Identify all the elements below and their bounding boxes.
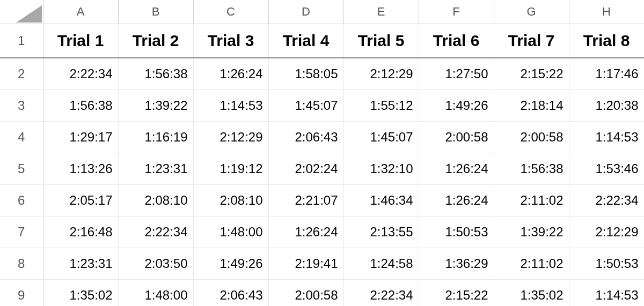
cell-F6[interactable]: 1:26:24 [419,185,494,217]
spreadsheet-grid[interactable]: A B C D E F G H 1 Trial 1 Trial 2 Trial … [0,0,644,306]
row-5: 5 1:13:26 1:23:31 1:19:12 2:02:24 1:32:1… [0,153,644,185]
cell-D2[interactable]: 1:58:05 [268,58,343,90]
cell-A1[interactable]: Trial 1 [43,24,118,58]
cell-H8[interactable]: 1:50:53 [569,248,644,280]
row-header-8[interactable]: 8 [0,248,43,280]
column-header-B[interactable]: B [118,0,193,24]
cell-H4[interactable]: 1:14:53 [569,122,644,153]
cell-E6[interactable]: 1:46:34 [343,185,419,217]
cell-H9[interactable]: 1:14:53 [569,280,644,307]
row-header-4[interactable]: 4 [0,122,43,153]
cell-E1[interactable]: Trial 5 [343,24,419,58]
cell-E5[interactable]: 1:32:10 [343,153,419,185]
column-header-G[interactable]: G [494,0,569,24]
row-2: 2 2:22:34 1:56:38 1:26:24 1:58:05 2:12:2… [0,58,644,90]
row-9: 9 1:35:02 1:48:00 2:06:43 2:00:58 2:22:3… [0,280,644,307]
cell-B1[interactable]: Trial 2 [118,24,193,58]
cell-C9[interactable]: 2:06:43 [193,280,268,307]
cell-A7[interactable]: 2:16:48 [43,217,118,248]
row-header-3[interactable]: 3 [0,90,43,122]
cell-H5[interactable]: 1:53:46 [569,153,644,185]
cell-G8[interactable]: 2:11:02 [494,248,569,280]
cell-A6[interactable]: 2:05:17 [43,185,118,217]
cell-B9[interactable]: 1:48:00 [118,280,193,307]
cell-F9[interactable]: 2:15:22 [419,280,494,307]
row-1: 1 Trial 1 Trial 2 Trial 3 Trial 4 Trial … [0,24,644,58]
cell-G5[interactable]: 1:56:38 [494,153,569,185]
row-3: 3 1:56:38 1:39:22 1:14:53 1:45:07 1:55:1… [0,90,644,122]
cell-F7[interactable]: 1:50:53 [419,217,494,248]
cell-A5[interactable]: 1:13:26 [43,153,118,185]
cell-H1[interactable]: Trial 8 [569,24,644,58]
cell-G6[interactable]: 2:11:02 [494,185,569,217]
cell-C7[interactable]: 1:48:00 [193,217,268,248]
cell-D5[interactable]: 2:02:24 [268,153,343,185]
row-header-6[interactable]: 6 [0,185,43,217]
cell-G2[interactable]: 2:15:22 [494,58,569,90]
cell-A3[interactable]: 1:56:38 [43,90,118,122]
cell-F5[interactable]: 1:26:24 [419,153,494,185]
row-header-9[interactable]: 9 [0,280,43,307]
cell-A4[interactable]: 1:29:17 [43,122,118,153]
row-6: 6 2:05:17 2:08:10 2:08:10 2:21:07 1:46:3… [0,185,644,217]
row-header-2[interactable]: 2 [0,58,43,90]
cell-B7[interactable]: 2:22:34 [118,217,193,248]
cell-A8[interactable]: 1:23:31 [43,248,118,280]
cell-C5[interactable]: 1:19:12 [193,153,268,185]
cell-B6[interactable]: 2:08:10 [118,185,193,217]
cell-H3[interactable]: 1:20:38 [569,90,644,122]
cell-D1[interactable]: Trial 4 [268,24,343,58]
cell-A2[interactable]: 2:22:34 [43,58,118,90]
cell-A9[interactable]: 1:35:02 [43,280,118,307]
column-header-H[interactable]: H [569,0,644,24]
cell-B5[interactable]: 1:23:31 [118,153,193,185]
column-header-C[interactable]: C [193,0,268,24]
row-8: 8 1:23:31 2:03:50 1:49:26 2:19:41 1:24:5… [0,248,644,280]
cell-B3[interactable]: 1:39:22 [118,90,193,122]
cell-C1[interactable]: Trial 3 [193,24,268,58]
cell-F1[interactable]: Trial 6 [419,24,494,58]
cell-C4[interactable]: 2:12:29 [193,122,268,153]
column-header-D[interactable]: D [268,0,343,24]
select-all-corner[interactable] [0,0,43,24]
cell-D8[interactable]: 2:19:41 [268,248,343,280]
cell-F4[interactable]: 2:00:58 [419,122,494,153]
cell-C2[interactable]: 1:26:24 [193,58,268,90]
cell-G4[interactable]: 2:00:58 [494,122,569,153]
cell-D9[interactable]: 2:00:58 [268,280,343,307]
cell-E4[interactable]: 1:45:07 [343,122,419,153]
cell-E8[interactable]: 1:24:58 [343,248,419,280]
cell-E7[interactable]: 2:13:55 [343,217,419,248]
cell-D4[interactable]: 2:06:43 [268,122,343,153]
cell-B2[interactable]: 1:56:38 [118,58,193,90]
cell-C3[interactable]: 1:14:53 [193,90,268,122]
row-header-7[interactable]: 7 [0,217,43,248]
cell-G3[interactable]: 2:18:14 [494,90,569,122]
row-7: 7 2:16:48 2:22:34 1:48:00 1:26:24 2:13:5… [0,217,644,248]
cell-H6[interactable]: 2:22:34 [569,185,644,217]
cell-F8[interactable]: 1:36:29 [419,248,494,280]
cell-F3[interactable]: 1:49:26 [419,90,494,122]
cell-C6[interactable]: 2:08:10 [193,185,268,217]
cell-B8[interactable]: 2:03:50 [118,248,193,280]
cell-C8[interactable]: 1:49:26 [193,248,268,280]
cell-G9[interactable]: 1:35:02 [494,280,569,307]
row-header-1[interactable]: 1 [0,24,43,58]
cell-B4[interactable]: 1:16:19 [118,122,193,153]
row-header-5[interactable]: 5 [0,153,43,185]
cell-E3[interactable]: 1:55:12 [343,90,419,122]
cell-H2[interactable]: 1:17:46 [569,58,644,90]
column-header-E[interactable]: E [343,0,419,24]
cell-E2[interactable]: 2:12:29 [343,58,419,90]
cell-D6[interactable]: 2:21:07 [268,185,343,217]
cell-E9[interactable]: 2:22:34 [343,280,419,307]
cell-D3[interactable]: 1:45:07 [268,90,343,122]
column-header-row: A B C D E F G H [0,0,644,24]
cell-H7[interactable]: 2:12:29 [569,217,644,248]
column-header-F[interactable]: F [419,0,494,24]
cell-F2[interactable]: 1:27:50 [419,58,494,90]
column-header-A[interactable]: A [43,0,118,24]
cell-G7[interactable]: 1:39:22 [494,217,569,248]
cell-G1[interactable]: Trial 7 [494,24,569,58]
cell-D7[interactable]: 1:26:24 [268,217,343,248]
